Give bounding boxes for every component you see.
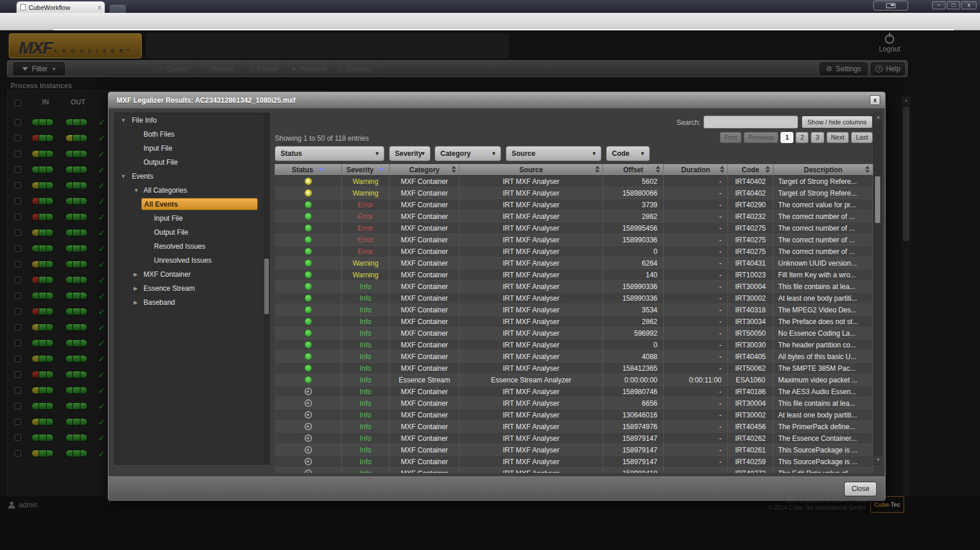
background-tab[interactable] xyxy=(110,5,126,13)
window-close-button[interactable]: x xyxy=(961,1,977,9)
event-row[interactable]: ErrorMXF ContainerIRT MXF Analyser2862-I… xyxy=(275,211,873,222)
filter-select-source[interactable]: Source▼ xyxy=(506,146,601,161)
event-row[interactable]: +InfoMXF ContainerIRT MXF Analyser6656-I… xyxy=(275,398,873,409)
event-row[interactable]: +WarningMXF ContainerIRT MXF Analyser560… xyxy=(275,176,873,187)
page-button-3[interactable]: 3 xyxy=(811,132,824,143)
event-row[interactable]: +InfoMXF ContainerIRT MXF Analyser158979… xyxy=(275,456,873,468)
cell-severity: Info xyxy=(342,444,390,456)
cell-severity: Info xyxy=(342,316,390,328)
event-row[interactable]: InfoMXF ContainerIRT MXF Analyser2862-IR… xyxy=(275,316,873,328)
event-row[interactable]: +InfoMXF ContainerIRT MXF Analyser158974… xyxy=(275,421,873,433)
event-row[interactable]: ErrorMXF ContainerIRT MXF Analyser158995… xyxy=(275,222,873,234)
cell-category: MXF Container xyxy=(390,468,460,473)
event-row[interactable]: InfoMXF ContainerIRT MXF Analyser1589903… xyxy=(275,293,873,304)
tree-item-label: File Info xyxy=(132,113,157,127)
tree-item-file-info[interactable]: ▼File Info xyxy=(115,113,262,127)
scroll-down-icon[interactable]: ▼ xyxy=(874,456,883,464)
chevron-right-icon[interactable]: ▶ xyxy=(134,267,138,281)
cell-duration: 0:00:11:00 xyxy=(664,374,728,386)
event-row[interactable]: InfoMXF ContainerIRT MXF Analyser3534-IR… xyxy=(275,304,873,316)
page-button-2[interactable]: 2 xyxy=(796,132,808,143)
chevron-right-icon[interactable]: ▶ xyxy=(134,295,138,309)
cell-status: + xyxy=(275,444,342,456)
tree-item-output-file[interactable]: Output File xyxy=(115,225,262,239)
tab-close-icon[interactable]: x xyxy=(98,4,101,11)
tree-scrollbar[interactable] xyxy=(263,113,270,465)
tree-item-label: Essence Stream xyxy=(144,281,195,295)
cell-description: No Essence Coding La... xyxy=(774,328,873,339)
tree-item-both-files[interactable]: Both Files xyxy=(115,127,262,141)
event-row[interactable]: WarningMXF ContainerIRT MXF Analyser6264… xyxy=(275,257,873,269)
status-expand-icon: + xyxy=(304,469,312,473)
show-hide-columns-button[interactable]: Show / hide columns xyxy=(802,116,873,128)
column-header-duration[interactable]: Duration xyxy=(664,164,728,176)
event-row[interactable]: InfoEssence StreamEssence Stream Analyze… xyxy=(275,374,873,386)
event-row[interactable]: +InfoMXF ContainerIRT MXF Analyser158980… xyxy=(275,386,873,398)
browser-tab[interactable]: CubeWorkflow x xyxy=(16,1,105,13)
status-ok-icon xyxy=(304,376,312,384)
event-row[interactable]: InfoMXF ContainerIRT MXF Analyser0-IRT30… xyxy=(275,339,873,351)
status-ok-icon xyxy=(304,306,312,314)
tree-item-input-file[interactable]: Input File xyxy=(115,211,262,225)
event-row[interactable]: WarningMXF ContainerIRT MXF Analyser140-… xyxy=(275,269,873,281)
page-button-next[interactable]: Next xyxy=(827,132,849,143)
column-header-source[interactable]: Source xyxy=(460,164,603,176)
scroll-up-icon[interactable]: ▲ xyxy=(874,113,883,121)
scrollbar-thumb[interactable] xyxy=(264,259,269,314)
sort-icon xyxy=(720,166,724,173)
event-row[interactable]: +InfoMXF ContainerIRT MXF Analyser158979… xyxy=(275,444,873,456)
column-header-severity[interactable]: Severity xyxy=(342,164,390,176)
cell-status: + xyxy=(275,468,342,473)
page-button-last[interactable]: Last xyxy=(851,132,873,143)
filter-select-status[interactable]: Status▼ xyxy=(275,146,384,161)
column-header-category[interactable]: Category xyxy=(390,164,460,176)
tree-item-baseband[interactable]: ▶Baseband xyxy=(115,295,262,309)
column-header-status[interactable]: Status xyxy=(275,164,342,176)
dialog-titlebar[interactable]: MXF Legalizer Results: AC234312861342_10… xyxy=(108,92,885,109)
chevron-down-icon[interactable]: ▼ xyxy=(134,183,139,197)
event-row[interactable]: InfoMXF ContainerIRT MXF Analyser4088-IR… xyxy=(275,351,873,363)
tree-item-all-categories[interactable]: ▼All Categories xyxy=(115,183,262,197)
event-row[interactable]: InfoMXF ContainerIRT MXF Analyser1589903… xyxy=(275,281,873,293)
tree-item-resolved-issues[interactable]: Resolved Issues xyxy=(115,239,262,253)
event-row[interactable]: ErrorMXF ContainerIRT MXF Analyser158990… xyxy=(275,234,873,246)
tree-item-events[interactable]: ▼Events xyxy=(115,169,262,183)
tree-item-essence-stream[interactable]: ▶Essence Stream xyxy=(115,281,262,295)
tree-item-unresolved-issues[interactable]: Unresolved Issues xyxy=(115,253,262,267)
search-input[interactable] xyxy=(704,116,798,128)
tree-item-input-file[interactable]: Input File xyxy=(115,141,262,155)
scrollbar-thumb[interactable] xyxy=(875,176,880,223)
cell-status: + xyxy=(275,187,342,199)
cell-description: Unknown UUID version... xyxy=(774,257,873,269)
chevron-right-icon[interactable]: ▶ xyxy=(134,281,138,295)
table-scrollbar[interactable]: ▲ ▼ xyxy=(873,113,882,465)
filter-select-code[interactable]: Code▼ xyxy=(606,146,650,161)
event-row[interactable]: ErrorMXF ContainerIRT MXF Analyser3739-I… xyxy=(275,199,873,211)
column-header-description[interactable]: Description xyxy=(774,164,873,176)
event-row[interactable]: +InfoMXF ContainerIRT MXF Analyser158979… xyxy=(275,433,873,444)
window-minimize-button[interactable]: − xyxy=(932,1,946,9)
tree-item-output-file[interactable]: Output File xyxy=(115,155,262,169)
event-row[interactable]: InfoMXF ContainerIRT MXF Analyser596992-… xyxy=(275,328,873,339)
page-button-1[interactable]: 1 xyxy=(780,132,793,143)
event-row[interactable]: InfoMXF ContainerIRT MXF Analyser1584123… xyxy=(275,363,873,374)
window-restore-button[interactable]: □ xyxy=(947,1,960,9)
tree-item-label: All Events xyxy=(144,197,178,211)
cell-offset: 158979147 xyxy=(603,433,664,444)
tree-item-all-events[interactable]: All Events xyxy=(115,197,262,211)
dialog-close-icon[interactable]: x xyxy=(870,95,880,105)
column-header-offset[interactable]: Offset xyxy=(603,164,664,176)
close-button[interactable]: Close xyxy=(844,482,877,496)
event-row[interactable]: +WarningMXF ContainerIRT MXF Analyser158… xyxy=(275,187,873,199)
event-row[interactable]: ErrorMXF ContainerIRT MXF Analyser0-IRT4… xyxy=(275,246,873,257)
presentation-mode-button[interactable] xyxy=(873,1,908,11)
event-row[interactable]: +InfoMXF ContainerIRT MXF Analyser130646… xyxy=(275,409,873,421)
chevron-down-icon[interactable]: ▼ xyxy=(121,113,126,127)
filter-select-category[interactable]: Category▼ xyxy=(435,146,501,161)
column-header-code[interactable]: Code xyxy=(728,164,774,176)
tree-item-mxf-container[interactable]: ▶MXF Container xyxy=(115,267,262,281)
status-ok-icon xyxy=(304,213,312,220)
event-row[interactable]: +InfoMXF ContainerIRT MXF Analyser158988… xyxy=(275,468,873,473)
chevron-down-icon[interactable]: ▼ xyxy=(121,169,126,183)
filter-select-severity[interactable]: Severity▼ xyxy=(389,146,430,161)
